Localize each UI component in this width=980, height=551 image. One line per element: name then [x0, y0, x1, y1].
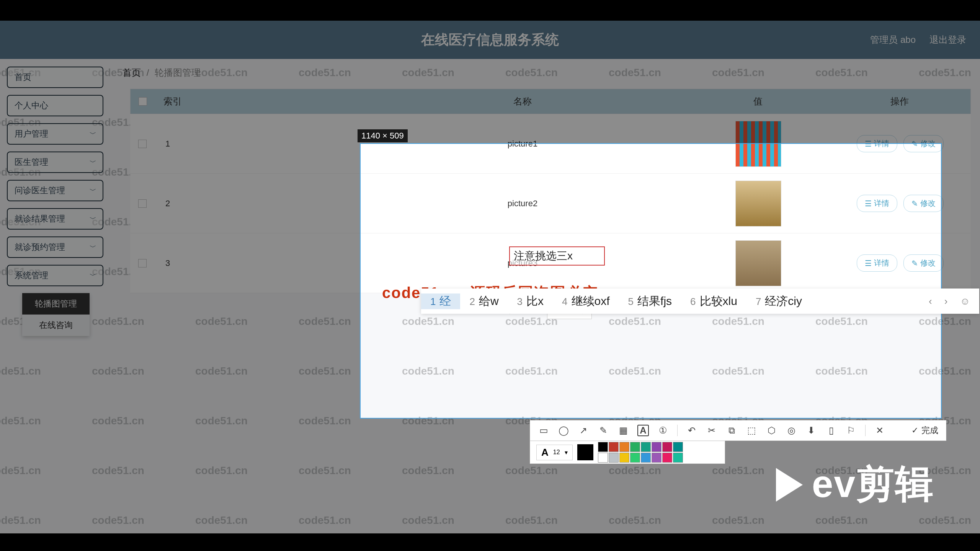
row-checkbox[interactable] — [138, 259, 147, 267]
rect-icon[interactable]: ▭ — [538, 425, 549, 436]
color-swatch[interactable] — [619, 442, 629, 452]
breadcrumb: 首页 / 轮播图管理 — [122, 67, 201, 79]
color-swatch[interactable] — [609, 442, 619, 452]
sidebar-item-result[interactable]: 就诊结果管理﹀ — [7, 208, 103, 230]
admin-label: 管理员 abo — [870, 34, 916, 46]
ime-candidate[interactable]: 6比较xlu — [681, 293, 746, 309]
arrow-icon[interactable]: ↗ — [578, 425, 589, 436]
cut-icon[interactable]: ✂ — [706, 425, 717, 436]
ime-candidate[interactable]: 3比x — [508, 293, 553, 309]
app-title: 在线医疗信息服务系统 — [421, 31, 559, 49]
sidebar-item-system[interactable]: 系统管理﹀ — [7, 265, 103, 286]
chevron-down-icon: ﹀ — [90, 129, 96, 139]
counter-icon[interactable]: ① — [657, 425, 669, 436]
bookmark-icon[interactable]: ⚐ — [845, 425, 857, 436]
snip-border[interactable] — [360, 143, 942, 419]
text-annotation-box[interactable]: 注意挑选三x — [509, 246, 605, 266]
color-swatch[interactable] — [598, 453, 608, 463]
ime-candidate[interactable]: 1经 — [421, 293, 460, 309]
snip-toolbar: ▭ ◯ ↗ ✎ ▦ A ① ↶ ✂ ⧉ ⬚ ⬡ ◎ ⬇ ▯ ⚐ ✕ ✓完成 — [530, 420, 946, 441]
font-size-select[interactable]: A 12 ▾ — [536, 445, 573, 460]
breadcrumb-home[interactable]: 首页 — [122, 67, 141, 78]
sidebar-sub-carousel[interactable]: 轮播图管理 — [22, 293, 90, 315]
pencil-icon[interactable]: ✎ — [598, 425, 609, 436]
sidebar-item-doctor[interactable]: 医生管理﹀ — [7, 152, 103, 173]
color-swatch[interactable] — [630, 442, 640, 452]
undo-icon[interactable]: ↶ — [686, 425, 697, 436]
color-swatch[interactable] — [652, 442, 662, 452]
sidebar-item-profile[interactable]: 个人中心 — [7, 95, 103, 116]
color-swatch[interactable] — [641, 453, 651, 463]
ev-logo: ev剪辑 — [776, 459, 934, 510]
snip-dimensions: 1140 × 509 — [358, 129, 408, 142]
ime-candidate[interactable]: 4继续oxf — [553, 293, 619, 309]
done-button[interactable]: ✓完成 — [911, 425, 938, 436]
ime-next-icon[interactable]: › — [944, 295, 948, 307]
col-name: 名称 — [358, 89, 687, 114]
mosaic-icon[interactable]: ▦ — [617, 425, 629, 436]
color-swatch[interactable] — [609, 453, 619, 463]
chevron-down-icon: ﹀ — [90, 214, 96, 223]
chevron-down-icon: ﹀ — [90, 186, 96, 195]
sidebar-item-home[interactable]: 首页 — [7, 67, 103, 88]
app-header: 在线医疗信息服务系统 管理员 abo 退出登录 — [0, 21, 980, 59]
ime-prev-icon[interactable]: ‹ — [929, 295, 932, 307]
row-checkbox[interactable] — [138, 199, 147, 208]
ime-candidate[interactable]: 7经济ciy — [746, 293, 811, 309]
sidebar-item-user[interactable]: 用户管理﹀ — [7, 123, 103, 145]
copy-icon[interactable]: ⧉ — [726, 425, 737, 436]
chevron-down-icon: ﹀ — [90, 158, 96, 167]
chevron-down-icon: ﹀ — [90, 271, 96, 280]
current-color-swatch[interactable] — [577, 444, 593, 460]
color-swatch[interactable] — [641, 442, 651, 452]
target-icon[interactable]: ◎ — [786, 425, 797, 436]
play-icon — [776, 468, 803, 502]
breadcrumb-current: 轮播图管理 — [155, 67, 201, 78]
color-swatch[interactable] — [619, 453, 629, 463]
color-swatch[interactable] — [662, 453, 672, 463]
row-checkbox[interactable] — [138, 140, 147, 148]
close-icon[interactable]: ✕ — [874, 425, 885, 436]
text-icon[interactable]: A — [637, 425, 649, 436]
check-icon: ✓ — [911, 425, 918, 435]
ime-candidate[interactable]: 2给w — [460, 293, 508, 309]
ime-candidate[interactable]: 5结果fjs — [619, 293, 681, 309]
text-style-toolbar: A 12 ▾ — [530, 441, 725, 464]
sidebar: 首页 个人中心 用户管理﹀ 医生管理﹀ 问诊医生管理﹀ 就诊结果管理﹀ 就诊预约… — [7, 67, 103, 336]
pin-icon[interactable]: ⬡ — [766, 425, 777, 436]
sidebar-submenu: 轮播图管理 在线咨询 — [22, 293, 90, 336]
sidebar-sub-consult[interactable]: 在线咨询 — [22, 315, 90, 336]
color-swatch[interactable] — [673, 442, 683, 452]
chevron-down-icon: ﹀ — [90, 243, 96, 252]
color-palette — [598, 442, 683, 463]
sidebar-item-consult-doctor[interactable]: 问诊医生管理﹀ — [7, 180, 103, 201]
color-swatch[interactable] — [652, 453, 662, 463]
col-index: 索引 — [155, 89, 358, 114]
color-swatch[interactable] — [662, 442, 672, 452]
download-icon[interactable]: ⬇ — [805, 425, 817, 436]
color-swatch[interactable] — [598, 442, 608, 452]
logout-link[interactable]: 退出登录 — [929, 34, 966, 46]
color-swatch[interactable] — [630, 453, 640, 463]
checkbox-all[interactable] — [139, 97, 147, 106]
ime-emoji-icon[interactable]: ☺ — [960, 295, 970, 307]
ocr-icon[interactable]: ⬚ — [746, 425, 757, 436]
col-value: 值 — [687, 89, 829, 114]
ime-candidate-bar: 1经 2给w 3比x 4继续oxf 5结果fjs 6比较xlu 7经济ciy ‹… — [421, 289, 979, 314]
col-ops: 操作 — [829, 89, 970, 114]
color-swatch[interactable] — [673, 453, 683, 463]
ellipse-icon[interactable]: ◯ — [558, 425, 569, 436]
chevron-down-icon: ▾ — [565, 449, 568, 456]
device-icon[interactable]: ▯ — [825, 425, 837, 436]
sidebar-item-appointment[interactable]: 就诊预约管理﹀ — [7, 236, 103, 258]
